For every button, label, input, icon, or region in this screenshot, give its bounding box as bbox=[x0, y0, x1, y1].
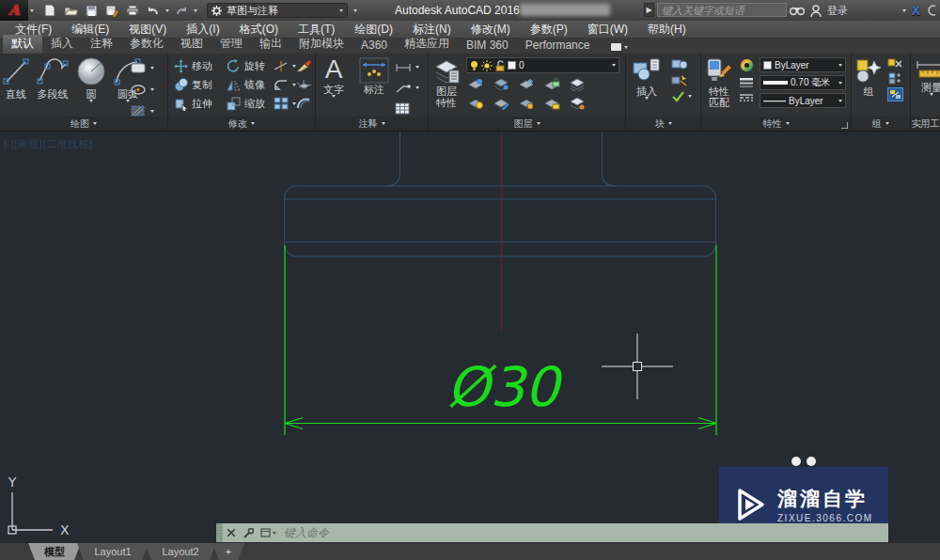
panel-layers-footer[interactable]: 图层 bbox=[429, 117, 625, 131]
drawing-canvas[interactable]: [-][俯视][二维线框] Ø30 bbox=[0, 132, 940, 543]
tab-performance[interactable]: Performance bbox=[517, 38, 599, 54]
polyline-tool-button[interactable]: 多段线 bbox=[36, 56, 70, 102]
part-outline[interactable] bbox=[285, 132, 716, 257]
layer-lock-button[interactable] bbox=[544, 78, 560, 91]
layer-freeze-button[interactable] bbox=[519, 78, 535, 91]
menu-window[interactable]: 窗口(W) bbox=[588, 22, 628, 38]
redo-button[interactable] bbox=[173, 3, 190, 18]
tab-output[interactable]: 输出 bbox=[251, 35, 290, 54]
layer-isolate-button[interactable] bbox=[494, 78, 509, 91]
tab-manage[interactable]: 管理 bbox=[212, 35, 251, 54]
panel-draw-footer[interactable]: 绘图 bbox=[0, 117, 167, 131]
command-tools-wrench-icon[interactable] bbox=[240, 523, 257, 542]
panel-annotate-footer[interactable]: 注释 bbox=[316, 117, 428, 131]
search-expand-button[interactable]: ▶ bbox=[644, 3, 654, 17]
panel-group-footer[interactable]: 组 bbox=[852, 117, 910, 131]
panel-utilities-footer[interactable]: 实用工 bbox=[911, 117, 940, 131]
offset-tool-button[interactable] bbox=[296, 94, 312, 113]
block-attribute-button[interactable] bbox=[671, 73, 688, 86]
qat-customize-icon[interactable] bbox=[353, 9, 357, 12]
leader-button[interactable] bbox=[395, 78, 419, 97]
dimension-tool-button[interactable]: 标注 bbox=[359, 57, 389, 95]
line-tool-button[interactable]: 直线 bbox=[2, 56, 30, 102]
lineweight-dropdown[interactable]: 0.70 毫米 bbox=[760, 75, 846, 90]
layer-select-dropdown[interactable]: 0 bbox=[466, 57, 619, 73]
dimension-text[interactable]: Ø30 bbox=[446, 355, 563, 419]
tab-addins[interactable]: 附加模块 bbox=[290, 35, 352, 54]
layer-off-button[interactable] bbox=[468, 78, 484, 91]
save-button[interactable] bbox=[83, 3, 100, 18]
tab-layout2[interactable]: Layout2 bbox=[145, 543, 216, 560]
tab-insert[interactable]: 插入 bbox=[42, 35, 82, 54]
measure-dropdown-icon[interactable] bbox=[930, 93, 933, 96]
command-bar-drag-handle[interactable] bbox=[216, 523, 223, 542]
match-properties-button[interactable]: 特性 匹配 bbox=[705, 57, 733, 108]
menu-draw[interactable]: 绘图(D) bbox=[354, 22, 393, 38]
circle-dropdown-icon[interactable] bbox=[89, 100, 93, 102]
array-tool-button[interactable] bbox=[274, 94, 296, 113]
help-icon[interactable] bbox=[926, 5, 935, 16]
block-attr-sync-button[interactable] bbox=[671, 89, 692, 102]
ribbon-display-toggle[interactable] bbox=[611, 43, 628, 54]
app-menu-arrow-icon[interactable] bbox=[30, 9, 34, 12]
table-button[interactable] bbox=[395, 99, 419, 117]
tab-layout1[interactable]: Layout1 bbox=[77, 543, 149, 560]
group-button[interactable]: 组 bbox=[854, 57, 883, 97]
linear-dimension-button[interactable] bbox=[395, 57, 419, 76]
layer-match-button[interactable] bbox=[570, 78, 586, 91]
erase-tool-button[interactable] bbox=[296, 56, 312, 75]
group-selection-toggle[interactable] bbox=[887, 87, 903, 101]
text-dropdown-icon[interactable] bbox=[332, 95, 336, 98]
new-layout-button[interactable]: + bbox=[212, 543, 244, 560]
command-close-icon[interactable] bbox=[223, 523, 240, 542]
rectangle-tool-button[interactable] bbox=[130, 58, 154, 77]
tab-featured-apps[interactable]: 精选应用 bbox=[396, 35, 458, 54]
ungroup-button[interactable] bbox=[887, 57, 902, 70]
tab-view[interactable]: 视图 bbox=[172, 35, 212, 54]
layer-unlock-tool-button[interactable] bbox=[544, 97, 560, 110]
tab-parametric[interactable]: 参数化 bbox=[121, 35, 172, 54]
layer-properties-button[interactable]: 图层 特性 bbox=[432, 57, 461, 108]
panel-properties-footer[interactable]: 特性 bbox=[701, 117, 851, 131]
text-tool-button[interactable]: A 文字 bbox=[323, 55, 344, 98]
tab-annotate[interactable]: 注释 bbox=[82, 35, 121, 54]
command-customize-button[interactable] bbox=[260, 528, 276, 537]
panel-modify-footer[interactable]: 修改 bbox=[168, 117, 315, 131]
fillet-tool-button[interactable] bbox=[274, 75, 296, 94]
rotate-tool-button[interactable]: 旋转 bbox=[227, 56, 265, 75]
insert-dropdown-icon[interactable] bbox=[645, 97, 649, 100]
stretch-tool-button[interactable]: 拉伸 bbox=[174, 94, 212, 113]
signin-dropdown-icon[interactable] bbox=[902, 9, 906, 12]
layer-prev-button[interactable] bbox=[494, 97, 509, 110]
ellipse-tool-button[interactable] bbox=[130, 80, 154, 99]
undo-dropdown-icon[interactable] bbox=[165, 9, 169, 12]
mirror-tool-button[interactable]: 镜像 bbox=[227, 75, 265, 94]
open-file-button[interactable] bbox=[62, 3, 79, 18]
menu-parametric[interactable]: 参数(P) bbox=[530, 22, 568, 38]
command-line-bar[interactable]: 键入命令 bbox=[216, 523, 888, 542]
workspace-selector[interactable]: 草图与注释 bbox=[207, 3, 348, 18]
redo-dropdown-icon[interactable] bbox=[194, 9, 197, 12]
tab-a360[interactable]: A360 bbox=[352, 38, 396, 54]
group-edit-button[interactable] bbox=[887, 72, 902, 85]
search-binoculars-icon[interactable] bbox=[790, 6, 805, 16]
measure-button[interactable]: 测量 bbox=[916, 57, 940, 96]
circle-tool-button[interactable]: 圆 bbox=[75, 56, 107, 102]
undo-button[interactable] bbox=[145, 3, 162, 18]
exchange-apps-icon[interactable]: X bbox=[912, 4, 920, 18]
tab-model[interactable]: 模型 bbox=[28, 543, 81, 560]
linetype-dropdown[interactable]: ByLayer bbox=[760, 93, 846, 108]
plot-button[interactable] bbox=[124, 3, 141, 18]
block-edit-button[interactable] bbox=[671, 57, 688, 70]
command-input[interactable]: 键入命令 bbox=[284, 525, 329, 541]
tab-home[interactable]: 默认 bbox=[3, 35, 42, 54]
new-file-button[interactable] bbox=[41, 3, 58, 18]
object-color-dropdown[interactable]: ByLayer bbox=[760, 57, 846, 72]
layer-current-button[interactable] bbox=[468, 97, 484, 110]
menu-help[interactable]: 帮助(H) bbox=[648, 22, 686, 38]
autocad-app-icon[interactable]: A bbox=[0, 0, 28, 21]
menu-modify[interactable]: 修改(M) bbox=[471, 22, 510, 38]
insert-block-button[interactable]: 插入 bbox=[632, 57, 662, 100]
panel-block-footer[interactable]: 块 bbox=[626, 117, 700, 131]
scale-tool-button[interactable]: 缩放 bbox=[227, 94, 265, 113]
